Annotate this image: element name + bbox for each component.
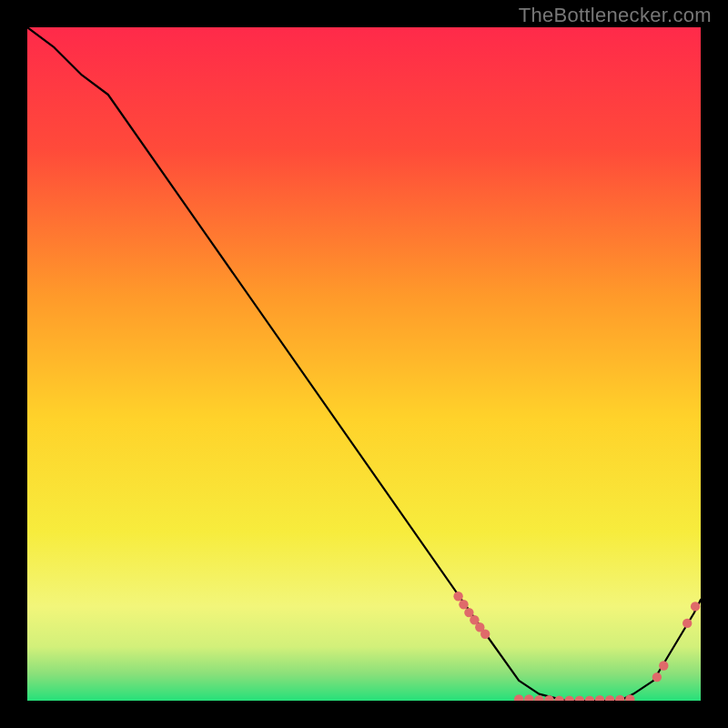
data-point	[652, 672, 662, 682]
plot-background	[27, 27, 701, 701]
bottleneck-chart	[27, 27, 701, 701]
data-point	[659, 661, 668, 670]
data-point	[682, 619, 692, 628]
data-point	[453, 592, 462, 601]
data-point	[480, 630, 490, 639]
chart-frame: TheBottlenecker.com	[0, 0, 728, 728]
watermark-text: TheBottlenecker.com	[519, 4, 712, 27]
data-point	[459, 600, 468, 609]
data-point	[691, 602, 700, 611]
